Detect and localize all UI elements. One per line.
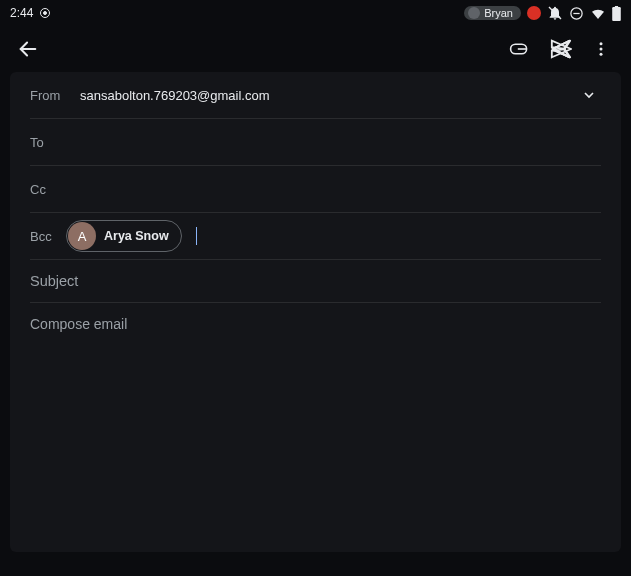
notification-dot-icon xyxy=(527,6,541,20)
svg-rect-5 xyxy=(612,7,621,21)
recipient-chip-name: Arya Snow xyxy=(104,229,169,243)
recipient-avatar-initial: A xyxy=(68,222,96,250)
recipient-chip[interactable]: A Arya Snow xyxy=(66,220,182,252)
status-time: 2:44 xyxy=(10,6,33,20)
android-status-bar: 2:44 Bryan xyxy=(0,0,631,26)
battery-icon xyxy=(612,6,621,21)
from-value: sansabolton.769203@gmail.com xyxy=(80,88,601,103)
user-avatar-dot xyxy=(468,7,480,19)
subject-row[interactable]: Subject xyxy=(30,260,601,303)
body-row[interactable]: Compose email xyxy=(30,303,601,345)
bcc-label: Bcc xyxy=(30,229,58,244)
compose-panel: From sansabolton.769203@gmail.com To Cc … xyxy=(10,72,621,552)
compose-toolbar xyxy=(0,26,631,72)
target-icon xyxy=(39,7,51,19)
svg-point-14 xyxy=(600,53,603,56)
svg-rect-6 xyxy=(615,6,618,8)
chevron-down-icon[interactable] xyxy=(581,87,597,103)
cc-row[interactable]: Cc xyxy=(30,166,601,213)
attach-button[interactable] xyxy=(503,31,539,67)
cc-label: Cc xyxy=(30,182,58,197)
svg-point-13 xyxy=(600,48,603,51)
from-label: From xyxy=(30,88,66,103)
text-cursor xyxy=(196,227,197,245)
do-not-disturb-icon xyxy=(569,6,584,21)
to-row[interactable]: To xyxy=(30,119,601,166)
svg-point-12 xyxy=(600,42,603,45)
wifi-icon xyxy=(590,5,606,21)
subject-placeholder: Subject xyxy=(30,273,78,289)
svg-point-1 xyxy=(44,12,47,15)
send-button[interactable] xyxy=(543,31,579,67)
from-row[interactable]: From sansabolton.769203@gmail.com xyxy=(30,72,601,119)
user-pill[interactable]: Bryan xyxy=(464,6,521,20)
back-button[interactable] xyxy=(10,31,46,67)
dnd-icon xyxy=(547,5,563,21)
user-name: Bryan xyxy=(484,7,513,19)
more-button[interactable] xyxy=(583,31,619,67)
bcc-row[interactable]: Bcc A Arya Snow xyxy=(30,213,601,260)
to-label: To xyxy=(30,135,58,150)
body-placeholder: Compose email xyxy=(30,316,127,332)
